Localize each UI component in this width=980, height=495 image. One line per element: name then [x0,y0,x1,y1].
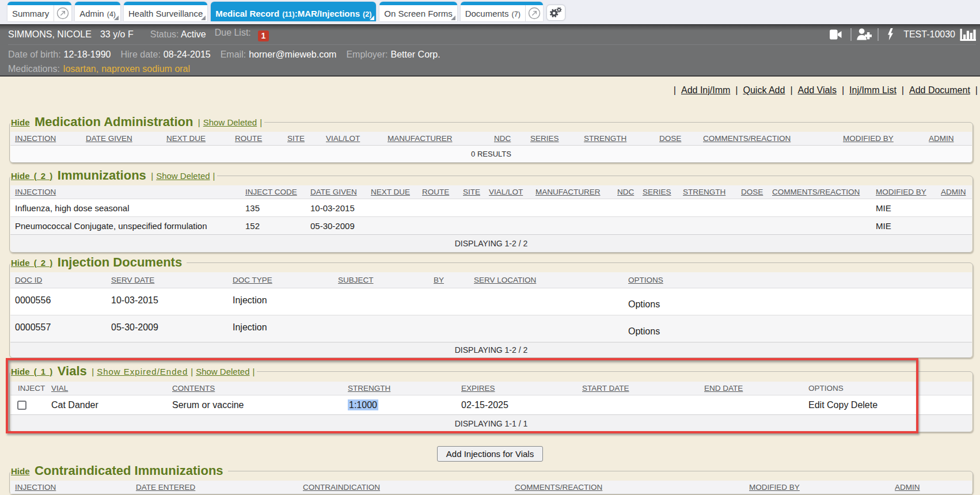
tab-on-screen-forms[interactable]: On Screen Forms [379,2,457,21]
flowsheet-chart-icon[interactable] [960,28,976,41]
section-link[interactable]: Show Deleted [196,367,249,376]
table-cell [638,216,678,234]
column-header[interactable]: DATE ENTERED [131,481,298,494]
action-link[interactable]: Add Document [909,85,970,95]
column-header[interactable]: ROUTE [230,132,283,145]
table-cell: Pneumococcal Conjugate, unspecified form… [10,216,241,234]
vial-checkbox[interactable] [17,401,26,410]
column-header[interactable]: STRENGTH [579,132,655,145]
column-header[interactable]: SERV DATE [107,272,228,288]
column-header[interactable]: STRENGTH [678,185,736,199]
table-cell: 10-03-2015 [306,199,366,216]
column-header[interactable]: DOSE [655,132,698,145]
column-header[interactable]: NEXT DUE [162,132,230,145]
column-header[interactable]: ADMIN [924,132,972,145]
column-header[interactable]: ROUTE [417,185,458,199]
column-header[interactable]: START DATE [578,382,700,395]
column-header[interactable]: MODIFIED BY [745,481,890,494]
column-header[interactable]: CONTRAINDICATION [298,481,510,494]
section-injection-documents: Hide ( 2 ) Injection Documents DOC IDSER… [9,255,973,358]
column-header[interactable]: COMMENTS/REACTION [768,185,871,199]
tab-menu-corner-icon[interactable] [370,16,374,20]
video-camera-icon[interactable] [830,29,842,40]
column-header[interactable]: MANUFACTURER [383,132,489,145]
tab-summary[interactable]: Summary [7,2,71,21]
column-header[interactable]: SITE [458,185,484,199]
hide-link[interactable]: Hide [11,466,30,476]
column-header[interactable]: STRENGTH [343,382,457,395]
copy-link[interactable]: Copy [827,400,848,410]
section-link[interactable]: Show Deleted [203,117,257,127]
table-footer: DISPLAYING 1-2 / 2 [10,234,972,252]
column-header[interactable]: COMMENTS/REACTION [698,132,838,145]
column-header[interactable]: CONTENTS [168,382,343,395]
column-header[interactable]: NDC [489,132,526,145]
action-link[interactable]: Quick Add [743,85,785,95]
tab-menu-corner-icon[interactable] [114,16,119,20]
open-new-window-button[interactable] [525,5,543,21]
action-link[interactable]: Add Inj/Imm [681,85,730,95]
column-header[interactable]: DOC ID [10,272,107,288]
column-header[interactable]: MODIFIED BY [871,185,936,199]
column-header[interactable]: INJECTION [10,185,241,199]
column-header[interactable]: ADMIN [890,481,972,494]
column-header[interactable]: SERV LOCATION [469,272,624,288]
column-header[interactable]: MANUFACTURER [531,185,613,199]
edit-link[interactable]: Edit [808,400,825,410]
column-header[interactable]: SITE [283,132,321,145]
open-new-window-button[interactable] [54,5,71,21]
tab-label: Medical Record [215,9,279,18]
tab-menu-corner-icon[interactable] [201,16,206,20]
column-header[interactable]: EXPIRES [457,382,578,395]
vial-end-date [700,395,804,414]
tab-health-surveillance[interactable]: Health Surveillance [124,2,207,21]
hide-link[interactable]: Hide [11,117,30,127]
column-header[interactable]: INJECT CODE [241,185,306,199]
add-user-icon[interactable] [857,28,872,40]
hide-link[interactable]: Hide ( 2 ) [11,258,52,268]
add-injections-for-vials-button[interactable]: Add Injections for Vials [437,446,543,462]
column-header[interactable]: SUBJECT [333,272,429,288]
column-header[interactable]: VIAL/LOT [484,185,531,199]
column-header[interactable]: MODIFIED BY [838,132,924,145]
column-header[interactable]: NDC [613,185,638,199]
column-header[interactable]: DATE GIVEN [306,185,366,199]
action-link[interactable]: Inj/Imm List [849,85,897,95]
delete-link[interactable]: Delete [851,400,878,410]
due-list-badge[interactable]: 1 [258,31,269,41]
column-header[interactable]: DOC TYPE [228,272,333,288]
medication-link[interactable]: naproxen sodium oral [101,64,190,74]
column-header[interactable]: VIAL/LOT [321,132,383,145]
tab-admin[interactable]: Admin(4) [75,2,120,21]
column-header[interactable]: BY [429,272,469,288]
column-header[interactable]: END DATE [700,382,804,395]
column-header[interactable]: DOSE [736,185,768,199]
injection-documents-table: DOC IDSERV DATEDOC TYPESUBJECTBYSERV LOC… [10,272,972,357]
section-link[interactable]: Show Expired/Ended [97,367,188,376]
column-header[interactable]: ADMIN [936,185,972,199]
tab-documents[interactable]: Documents(7) [461,2,543,21]
column-header[interactable]: DATE GIVEN [81,132,162,145]
column-header[interactable]: INJECTION [10,481,131,494]
tab-medical-record[interactable]: Medical Record(11):MAR/Injections(2) [211,2,376,21]
hide-link[interactable]: Hide ( 2 ) [11,171,52,181]
options-cell[interactable]: Options [624,288,972,315]
settings-button[interactable] [546,5,565,21]
options-cell[interactable]: Options [624,315,972,342]
lightning-bolt-icon[interactable] [888,28,893,40]
employer-label: Employer: [346,50,388,59]
column-header[interactable]: VIAL [47,382,168,395]
medication-link[interactable]: losartan [63,64,96,74]
column-header[interactable]: COMMENTS/REACTION [510,481,745,494]
section-link[interactable]: Show Deleted [156,171,210,181]
column-header[interactable]: SERIES [526,132,579,145]
column-header[interactable]: OPTIONS [624,272,972,288]
action-link[interactable]: Add Vials [798,85,837,95]
hire-date-label: Hire date: [120,50,160,59]
column-header[interactable]: NEXT DUE [366,185,417,199]
column-header[interactable]: INJECTION [10,132,81,145]
column-header[interactable]: SERIES [638,185,678,199]
immunizations-table: INJECTIONINJECT CODEDATE GIVENNEXT DUERO… [10,185,972,252]
tab-menu-corner-icon[interactable] [451,16,455,20]
hide-link[interactable]: Hide ( 1 ) [11,367,52,376]
